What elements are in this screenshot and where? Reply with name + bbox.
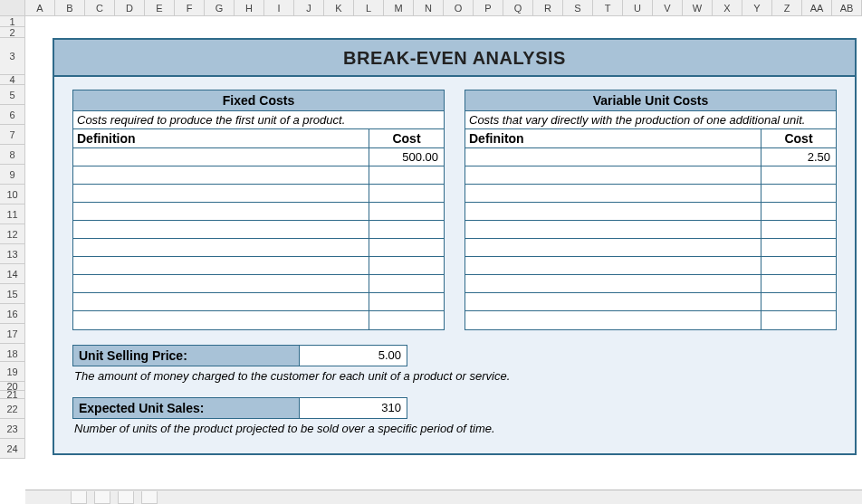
row-header[interactable]: 17 [0, 324, 25, 344]
column-header[interactable]: L [354, 0, 384, 15]
select-all-corner[interactable] [0, 0, 25, 15]
row-header[interactable]: 11 [0, 204, 25, 224]
definition-cell[interactable] [73, 257, 369, 274]
cost-cell[interactable] [369, 293, 444, 310]
row-header[interactable]: 9 [0, 165, 25, 185]
row-header[interactable]: 6 [0, 105, 25, 125]
cost-cell[interactable] [369, 311, 444, 329]
row-header[interactable]: 10 [0, 185, 25, 204]
row-header[interactable]: 16 [0, 304, 25, 324]
column-header[interactable]: D [115, 0, 145, 15]
column-header[interactable]: T [593, 0, 623, 15]
definition-cell[interactable] [465, 185, 761, 202]
column-header[interactable]: N [414, 0, 444, 15]
row-header[interactable]: 19 [0, 362, 25, 382]
row-header[interactable]: 12 [0, 224, 25, 244]
column-header[interactable]: H [235, 0, 264, 15]
row-header[interactable]: 2 [0, 27, 25, 38]
cost-cell[interactable] [761, 293, 836, 310]
cost-cell[interactable] [761, 275, 836, 292]
definition-cell[interactable] [465, 148, 761, 166]
definition-cell[interactable] [465, 221, 761, 238]
column-header[interactable]: U [623, 0, 653, 15]
column-header[interactable]: M [384, 0, 414, 15]
cost-cell[interactable] [369, 221, 444, 238]
row-header[interactable]: 3 [0, 38, 25, 75]
definition-cell[interactable] [465, 239, 761, 256]
variable-costs-block: Variable Unit Costs Costs that vary dire… [465, 90, 837, 330]
sheet-tab[interactable] [118, 491, 134, 504]
selling-price-value[interactable]: 5.00 [300, 346, 407, 366]
cost-cell[interactable] [369, 275, 444, 292]
sheet-tab[interactable] [94, 491, 110, 504]
expected-sales-value[interactable]: 310 [300, 398, 407, 418]
row-header[interactable]: 8 [0, 145, 25, 165]
definition-cell[interactable] [465, 166, 761, 184]
column-header[interactable]: X [713, 0, 742, 15]
definition-cell[interactable] [73, 185, 369, 202]
cost-cell[interactable] [761, 311, 836, 329]
definition-cell[interactable] [73, 275, 369, 292]
definition-cell[interactable] [73, 239, 369, 256]
cost-cell[interactable]: 500.00 [369, 148, 444, 166]
row-header[interactable]: 14 [0, 264, 25, 284]
cost-cell[interactable] [761, 257, 836, 274]
definition-cell[interactable] [73, 166, 369, 184]
row-header[interactable]: 4 [0, 75, 25, 85]
sheet-tab[interactable] [71, 491, 87, 504]
row-header[interactable]: 7 [0, 125, 25, 145]
definition-cell[interactable] [465, 203, 761, 220]
definition-cell[interactable] [73, 311, 369, 329]
cost-cell[interactable] [369, 166, 444, 184]
row-header[interactable]: 5 [0, 85, 25, 105]
column-header[interactable]: R [533, 0, 563, 15]
column-header[interactable]: C [85, 0, 115, 15]
definition-cell[interactable] [73, 203, 369, 220]
column-header[interactable]: A [25, 0, 55, 15]
row-header[interactable]: 13 [0, 244, 25, 264]
column-header[interactable]: G [205, 0, 235, 15]
cost-cell[interactable]: 2.50 [761, 148, 836, 166]
cost-cell[interactable] [369, 203, 444, 220]
cost-cell[interactable] [369, 257, 444, 274]
column-header[interactable]: I [264, 0, 294, 15]
cost-cell[interactable] [369, 239, 444, 256]
definition-cell[interactable] [73, 221, 369, 238]
cost-cell[interactable] [369, 185, 444, 202]
cost-cell[interactable] [761, 166, 836, 184]
column-header[interactable]: P [474, 0, 503, 15]
column-header[interactable]: J [294, 0, 324, 15]
column-header[interactable]: Z [772, 0, 802, 15]
row-header[interactable]: 15 [0, 284, 25, 304]
cost-cell[interactable] [761, 203, 836, 220]
column-header[interactable]: O [444, 0, 474, 15]
definition-cell[interactable] [73, 293, 369, 310]
definition-cell[interactable] [465, 311, 761, 329]
column-header[interactable]: AA [802, 0, 832, 15]
sheet-tab[interactable] [141, 491, 158, 504]
column-header[interactable]: B [55, 0, 85, 15]
column-header[interactable]: K [324, 0, 354, 15]
column-header[interactable]: Y [742, 0, 772, 15]
cost-cell[interactable] [761, 185, 836, 202]
cost-cell[interactable] [761, 239, 836, 256]
row-header[interactable]: 22 [0, 399, 25, 419]
definition-cell[interactable] [465, 257, 761, 274]
row-header[interactable]: 1 [0, 16, 25, 27]
row-header[interactable]: 18 [0, 344, 25, 362]
column-header[interactable]: S [563, 0, 593, 15]
definition-cell[interactable] [73, 148, 369, 166]
column-header[interactable]: E [145, 0, 175, 15]
column-header[interactable]: Q [503, 0, 533, 15]
definition-cell[interactable] [465, 275, 761, 292]
row-header[interactable]: 23 [0, 419, 25, 439]
column-header[interactable]: V [653, 0, 683, 15]
column-header[interactable]: W [683, 0, 713, 15]
sheet-area[interactable]: BREAK-EVEN ANALYSIS Fixed Costs Costs re… [25, 16, 862, 490]
column-header[interactable]: AB [832, 0, 862, 15]
column-header[interactable]: F [175, 0, 205, 15]
row-header[interactable]: 21 [0, 391, 25, 399]
row-header[interactable]: 24 [0, 439, 25, 459]
definition-cell[interactable] [465, 293, 761, 310]
cost-cell[interactable] [761, 221, 836, 238]
